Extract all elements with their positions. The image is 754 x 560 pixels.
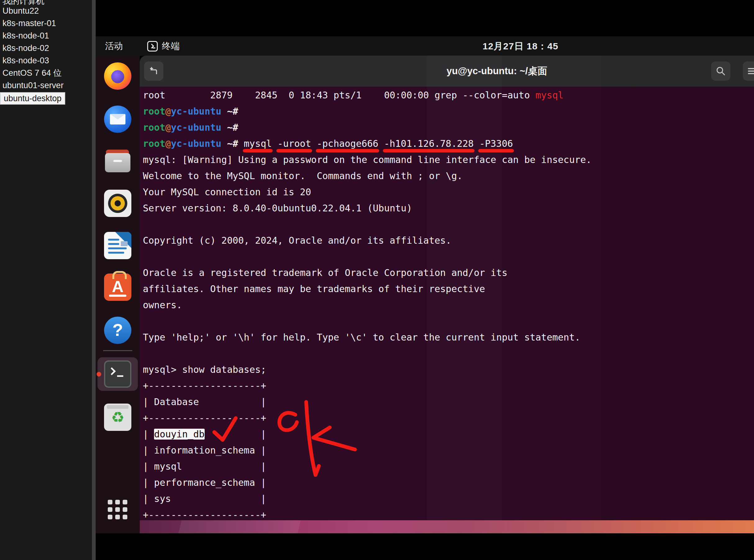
blank-line	[143, 313, 754, 329]
terminal-titlebar[interactable]: yu@yc-ubuntu: ~/桌面	[140, 56, 754, 86]
vm-panel-scrollbar[interactable]	[92, 0, 96, 560]
cmd-password-arg: -pchaoge666	[317, 138, 379, 149]
terminal-window: yu@yc-ubuntu: ~/桌面 root 2879 2845 0 18:4…	[140, 56, 754, 520]
running-indicator-dot	[97, 372, 101, 377]
doc-line	[108, 247, 127, 249]
prompt-line: root@yc-ubuntu ~#	[143, 103, 754, 120]
trademark-line: owners.	[143, 297, 754, 313]
doc-line	[108, 243, 119, 245]
terminal-app-icon	[147, 41, 158, 52]
help-line: Type 'help;' or '\h' for help. Type '\c'…	[143, 329, 754, 345]
ubuntu-software-icon[interactable]: A	[104, 274, 131, 301]
thunderbird-icon[interactable]	[104, 105, 131, 133]
hamburger-icon	[747, 66, 754, 76]
vm-item-k8s-master-01[interactable]: k8s-master-01	[2, 17, 56, 29]
firefox-icon[interactable]	[104, 62, 131, 90]
blank-line	[143, 345, 754, 362]
libreoffice-writer-icon[interactable]	[104, 232, 131, 259]
search-button[interactable]	[711, 61, 730, 81]
server-version-line: Server version: 8.0.40-0ubuntu0.22.04.1 …	[143, 200, 754, 216]
connection-id-line: Your MySQL connection id is 20	[143, 184, 754, 200]
cmd-port-arg: -P3306	[479, 138, 513, 149]
table-row: | sys |	[143, 491, 754, 507]
vm-item-ubuntu-desktop-selected[interactable]: ubuntu-desktop	[0, 92, 65, 105]
firefox-globe	[111, 70, 124, 83]
cmd-user-arg: -uroot	[277, 138, 311, 149]
app-menu-label: 终端	[162, 40, 180, 53]
douyin-db-highlight: douyin_db	[154, 429, 205, 440]
dock: A ? ♻	[96, 56, 140, 533]
vm-list-panel: 我的计算机 Ubuntu22 k8s-master-01 k8s-node-01…	[0, 0, 92, 560]
software-letter-a: A	[104, 277, 131, 296]
trademark-line: Oracle is a registered trademark of Orac…	[143, 265, 754, 281]
app-menu[interactable]: 终端	[147, 36, 180, 56]
table-border: +--------------------+	[143, 410, 754, 426]
table-header-database: | Database |	[143, 394, 754, 410]
blank-line	[143, 216, 754, 233]
question-mark-icon: ?	[104, 320, 131, 340]
table-row: | performance_schema |	[143, 475, 754, 491]
doc-line	[108, 239, 119, 241]
table-row-douyin-db: | douyin_db |	[143, 426, 754, 442]
cmd-host-arg: -h101.126.78.228	[384, 138, 474, 149]
show-databases-query: mysql> show databases;	[143, 362, 754, 378]
search-icon	[715, 66, 726, 76]
vm-item-ubuntu22[interactable]: Ubuntu22	[2, 5, 39, 17]
vm-item-centos7[interactable]: CentOS 7 64 位	[2, 67, 62, 79]
vm-item-k8s-node-03[interactable]: k8s-node-03	[2, 55, 49, 66]
terminal-dock-icon[interactable]	[104, 360, 131, 388]
files-icon[interactable]	[104, 148, 131, 175]
show-applications-button[interactable]	[108, 500, 127, 520]
rhythmbox-icon[interactable]	[104, 190, 131, 217]
mysql-command-line: root@yc-ubuntu ~#mysql-uroot-pchaoge666-…	[143, 136, 754, 152]
envelope-icon	[110, 114, 125, 124]
blank-line	[143, 249, 754, 265]
table-row: | mysql |	[143, 459, 754, 475]
vm-item-k8s-node-02[interactable]: k8s-node-02	[2, 42, 49, 54]
table-border: +--------------------+	[143, 507, 754, 520]
warning-line: mysql: [Warning] Using a password on the…	[143, 152, 754, 168]
table-row: | information_schema |	[143, 442, 754, 459]
menu-button[interactable]	[743, 61, 754, 81]
terminal-output[interactable]: root 2879 2845 0 18:43 pts/1 00:00:00 gr…	[140, 86, 754, 520]
window-title: yu@yc-ubuntu: ~/桌面	[447, 56, 547, 86]
ps-grep-line: root 2879 2845 0 18:43 pts/1 00:00:00 gr…	[143, 87, 754, 103]
speaker-icon	[108, 194, 127, 213]
dock-divider	[103, 350, 132, 351]
cmd-mysql: mysql	[244, 138, 272, 149]
recycle-icon: ♻	[104, 408, 131, 426]
clock-date[interactable]: 12月27日 18：45	[482, 36, 558, 56]
help-icon[interactable]: ?	[104, 317, 131, 344]
table-border: +--------------------+	[143, 378, 754, 394]
trash-icon[interactable]: ♻	[104, 403, 131, 431]
new-tab-icon	[148, 65, 159, 77]
folder-icon	[105, 153, 131, 172]
prompt-line: root@yc-ubuntu ~#	[143, 120, 754, 136]
doc-line	[108, 252, 124, 254]
doc-image	[121, 241, 127, 246]
desktop-wallpaper-strip	[96, 520, 754, 533]
welcome-line: Welcome to the MySQL monitor. Commands e…	[143, 168, 754, 184]
remote-desktop: 活动 终端 12月27日 18：45 A ? ♻	[96, 0, 754, 560]
copyright-line: Copyright (c) 2000, 2024, Oracle and/or …	[143, 233, 754, 249]
activities-button[interactable]: 活动	[105, 36, 123, 56]
screen: 我的计算机 Ubuntu22 k8s-master-01 k8s-node-01…	[0, 0, 754, 560]
vm-item-ubuntu01-server[interactable]: ubuntu01-server	[2, 79, 64, 91]
gnome-top-bar: 活动 终端 12月27日 18：45	[96, 36, 754, 56]
new-tab-button[interactable]	[144, 61, 163, 81]
trademark-line: affiliates. Other names may be trademark…	[143, 281, 754, 297]
vm-item-k8s-node-01[interactable]: k8s-node-01	[2, 30, 49, 42]
